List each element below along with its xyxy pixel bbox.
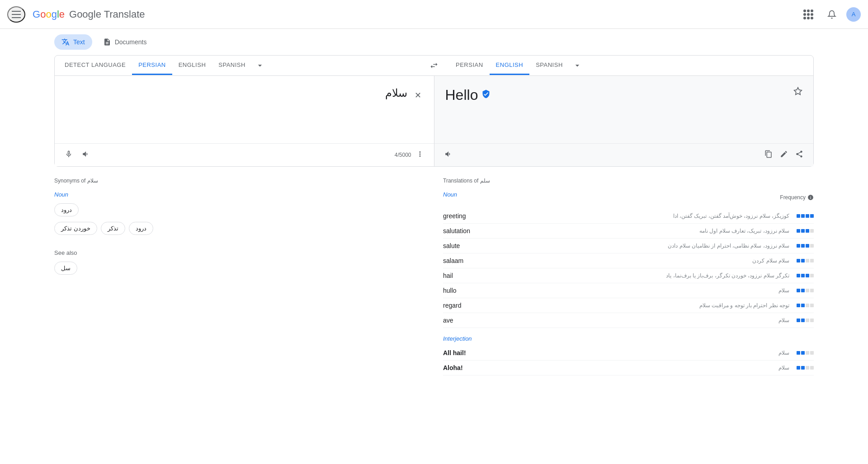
translations-table-header: Noun Frequency: [443, 191, 814, 203]
translation-row[interactable]: salutation سلام نرزود، تبریک، تعارف سلام…: [443, 224, 814, 239]
target-text-panel: Hello: [434, 76, 814, 166]
freq-bar-block: [810, 244, 814, 248]
user-avatar[interactable]: A: [846, 7, 861, 22]
target-text-area: Hello: [434, 76, 814, 143]
synonym-chip-3[interactable]: تذکر: [101, 222, 125, 235]
freq-bar-block: [797, 274, 800, 277]
svg-marker-0: [794, 88, 802, 95]
source-lang-dropdown[interactable]: [252, 56, 268, 75]
target-word-display: Hello: [445, 87, 491, 103]
source-lang-spanish[interactable]: SPANISH: [212, 56, 252, 75]
freq-bar: [797, 244, 814, 248]
translation-row[interactable]: ave سلام: [443, 313, 814, 328]
edit-icon: [780, 150, 788, 158]
interjection-row[interactable]: All hail! سلام: [443, 346, 814, 361]
see-also-chip[interactable]: سل: [54, 262, 77, 275]
mode-tabs-bar: Text Documents: [0, 29, 868, 55]
source-more-button[interactable]: [413, 147, 427, 163]
synonym-chip[interactable]: درود: [54, 203, 79, 216]
share-icon: [795, 150, 803, 158]
translation-row[interactable]: greeting کوزیگز، سلام نرزود، خوش‌آمد گفت…: [443, 209, 814, 224]
interjection-row[interactable]: Aloha! سلام: [443, 361, 814, 375]
apps-grid-icon: [803, 9, 813, 19]
share-button[interactable]: [793, 147, 806, 163]
translation-word: hail: [443, 272, 488, 279]
tab-text[interactable]: Text: [54, 34, 92, 50]
hamburger-menu-button[interactable]: [7, 6, 25, 23]
translation-word: salutation: [443, 227, 488, 234]
bell-icon: [827, 10, 836, 19]
freq-bar: [797, 366, 814, 370]
microphone-icon: [65, 150, 73, 158]
translation-word: salute: [443, 242, 488, 249]
edit-button[interactable]: [777, 147, 791, 163]
translate-icon: [61, 38, 70, 46]
freq-bar: [797, 289, 814, 292]
char-count: 4/5000: [395, 152, 411, 158]
freq-bar-block: [797, 304, 800, 307]
translation-row[interactable]: regard توجه نظر احترام بار توجه و مراقبت…: [443, 298, 814, 313]
target-speaker-button[interactable]: [442, 147, 455, 163]
translation-row[interactable]: salute سلام نرزود، سلام نظامی، احترام از…: [443, 239, 814, 253]
translation-examples: توجه نظر احترام بار توجه و مراقبت سلام: [495, 302, 789, 309]
target-text: Hello: [445, 87, 478, 103]
synonym-chip-4[interactable]: خوردن تذکر: [54, 222, 97, 235]
interjection-pos-label: Interjection: [443, 335, 814, 342]
freq-bar: [797, 259, 814, 262]
freq-bar-block: [797, 289, 800, 292]
clear-input-button[interactable]: ✕: [413, 89, 423, 102]
synonym-chip-2[interactable]: درود: [129, 222, 153, 235]
translation-row[interactable]: hail تکرگر سلام نرزود، خوردن تکرگر، برف‌…: [443, 268, 814, 283]
freq-bar-block: [806, 259, 809, 262]
apps-grid-button[interactable]: [799, 5, 817, 23]
translation-examples: سلام نرزود، تبریک، تعارف سلام اول نامه: [495, 228, 789, 234]
freq-bar: [797, 351, 814, 355]
source-lang-detect[interactable]: DETECT LANGUAGE: [58, 56, 132, 75]
freq-bar-block: [810, 229, 814, 233]
star-favorite-button[interactable]: [793, 87, 802, 98]
more-icon: [416, 150, 424, 158]
translation-word: ave: [443, 317, 488, 324]
source-text-area[interactable]: ✕ سلام: [55, 76, 434, 143]
translation-row[interactable]: hullo سلام: [443, 283, 814, 298]
source-lang-english[interactable]: ENGLISH: [172, 56, 212, 75]
copy-button[interactable]: [762, 147, 775, 163]
translation-row[interactable]: salaam سلام سلام کردن: [443, 253, 814, 268]
translation-examples: تکرگر سلام نرزود، خوردن تکرگر، برف‌باز ی…: [495, 272, 789, 279]
freq-bar: [797, 214, 814, 218]
source-speaker-button[interactable]: [79, 147, 93, 163]
hamburger-line-3: [12, 17, 21, 18]
translations-title-prefix: Translations of: [443, 178, 478, 184]
target-bottom-right: [762, 147, 806, 163]
tab-documents[interactable]: Documents: [96, 34, 154, 50]
target-lang-dropdown[interactable]: [569, 56, 585, 75]
freq-bar-block: [797, 351, 800, 355]
interjection-examples: سلام: [495, 365, 789, 371]
see-also-section: See also سل: [54, 249, 425, 275]
see-also-label: See also: [54, 249, 425, 256]
freq-bar-block: [797, 319, 800, 322]
source-panel-bottom: 4/5000: [55, 143, 434, 166]
freq-bar-block: [810, 289, 814, 292]
source-microphone-button[interactable]: [62, 147, 75, 163]
translation-word: hullo: [443, 287, 488, 294]
target-lang-spanish[interactable]: SPANISH: [529, 56, 569, 75]
freq-bar-block: [806, 229, 809, 233]
target-lang-english[interactable]: ENGLISH: [490, 56, 530, 75]
target-lang-persian[interactable]: PERSIAN: [449, 56, 490, 75]
document-icon: [103, 38, 111, 46]
header: Google Google Translate A: [0, 0, 868, 29]
swap-languages-button[interactable]: [422, 56, 446, 75]
notifications-button[interactable]: [823, 5, 841, 23]
copy-icon: [764, 150, 773, 158]
freq-bar-block: [810, 304, 814, 307]
source-bottom-right: 4/5000: [395, 147, 427, 163]
translation-examples: سلام سلام کردن: [495, 258, 789, 264]
freq-bar-block: [806, 274, 809, 277]
source-lang-persian[interactable]: PERSIAN: [132, 56, 172, 75]
chevron-down-icon: [255, 61, 264, 70]
synonym-row-1: درود: [54, 203, 425, 216]
freq-bar-block: [801, 229, 805, 233]
interjection-word: All hail!: [443, 349, 488, 356]
freq-bar: [797, 304, 814, 307]
